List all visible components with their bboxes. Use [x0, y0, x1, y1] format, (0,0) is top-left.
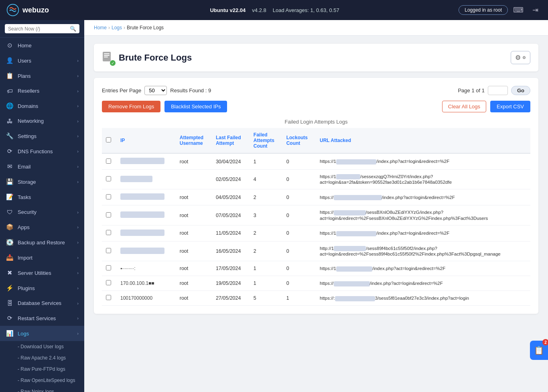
th-ip: IP	[116, 128, 176, 153]
row-date-cell: 04/05/2024	[212, 189, 250, 205]
sidebar-item-label: Plugins	[18, 285, 73, 291]
sidebar-item-domains[interactable]: 🌐 Domains ›	[0, 98, 84, 114]
row-checkbox[interactable]	[106, 265, 111, 270]
row-date-cell: 16/05/2024	[212, 241, 250, 261]
chevron-right-icon: ›	[77, 240, 79, 245]
sidebar-item-email[interactable]: ✉ Email ›	[0, 159, 84, 174]
action-right: Clear All Logs Export CSV	[442, 101, 530, 112]
sidebar-item-plans[interactable]: 📋 Plans ›	[0, 68, 84, 83]
terminal-button[interactable]: ⌨	[512, 4, 525, 16]
sidebar-item-label: Tasks	[18, 194, 79, 200]
ip-masked	[120, 248, 164, 254]
sidebar-item-settings[interactable]: 🔧 Settings ›	[0, 128, 84, 144]
sidebar-item-tasks[interactable]: 📝 Tasks	[0, 189, 84, 205]
apps-icon: 📦	[6, 223, 14, 231]
th-url: URL Attacked	[316, 128, 530, 153]
sidebar-item-dns[interactable]: ⟳ DNS Functions ›	[0, 144, 84, 159]
table-row: root 04/05/2024 2 0 https:///index.php?a…	[102, 189, 530, 205]
row-username-cell: root	[176, 261, 212, 276]
chevron-right-icon: ›	[77, 270, 79, 275]
sidebar-item-backup[interactable]: 💽 Backup and Restore ›	[0, 235, 84, 250]
ip-partial2: 170.00.100.1■■	[120, 280, 154, 286]
logout-button[interactable]: ⇥	[529, 4, 542, 16]
row-checkbox[interactable]	[106, 280, 111, 285]
sidebar-item-networking[interactable]: 🖧 Networking ›	[0, 114, 84, 128]
row-checkbox[interactable]	[106, 295, 111, 300]
plugins-icon: ⚡	[6, 284, 14, 292]
row-checkbox[interactable]	[106, 176, 111, 181]
row-checkbox-cell[interactable]	[102, 276, 116, 291]
entries-per-page-select[interactable]: 10 25 50 100	[144, 86, 167, 95]
row-ip-cell	[116, 170, 176, 189]
sidebar-item-resellers[interactable]: 🏷 Resellers ›	[0, 83, 84, 98]
gear-settings-button[interactable]: ⚙ ⚙	[511, 51, 530, 64]
breadcrumb-logs[interactable]: Logs	[112, 25, 122, 30]
sub-nav-raw-openlitespeed[interactable]: - Raw OpenLiteSpeed logs	[0, 375, 84, 386]
search-input-wrap[interactable]: 🔍	[5, 24, 79, 33]
row-checkbox-cell[interactable]	[102, 153, 116, 170]
th-lockouts: LockoutsCount	[282, 128, 316, 153]
row-checkbox-cell[interactable]	[102, 189, 116, 205]
breadcrumb-home[interactable]: Home	[94, 25, 107, 30]
search-input[interactable]	[8, 26, 67, 32]
sidebar-item-import[interactable]: 📥 Import ›	[0, 250, 84, 265]
breadcrumb-sep1: ›	[108, 25, 110, 30]
sidebar-item-plugins[interactable]: ⚡ Plugins ›	[0, 280, 84, 296]
remove-from-logs-button[interactable]: Remove From Logs	[102, 101, 160, 112]
row-failed-count-cell: 1	[250, 153, 282, 170]
sidebar-item-label: Home	[18, 43, 79, 49]
sidebar-item-storage[interactable]: 💾 Storage ›	[0, 174, 84, 189]
sidebar-item-label: Resellers	[18, 88, 73, 94]
row-ip-cell: 170.00.100.1■■	[116, 276, 176, 291]
sidebar-item-database-services[interactable]: 🗄 Database Services ›	[0, 296, 84, 311]
sub-nav-raw-nginx[interactable]: - Raw Nginx logs	[0, 386, 84, 392]
row-checkbox[interactable]	[106, 230, 111, 235]
row-checkbox-cell[interactable]	[102, 261, 116, 276]
row-checkbox[interactable]	[106, 194, 111, 199]
sidebar-item-label: Database Services	[18, 300, 73, 306]
sidebar-item-server-utilities[interactable]: ✖ Server Utilities ›	[0, 265, 84, 280]
page-number-input[interactable]	[488, 86, 508, 95]
clear-all-logs-button[interactable]: Clear All Logs	[442, 101, 486, 112]
sub-nav-raw-apache[interactable]: - Raw Apache 2.4 logs	[0, 352, 84, 364]
brute-force-logs-table: IP AttemptedUsername Last FailedAttempt …	[102, 128, 530, 306]
logged-in-button[interactable]: Logged in as root	[459, 5, 508, 15]
go-button[interactable]: Go	[511, 86, 530, 95]
chevron-right-icon: ›	[77, 210, 79, 215]
row-checkbox-cell[interactable]	[102, 170, 116, 189]
sidebar-item-restart-services[interactable]: ⟳ Restart Services ›	[0, 311, 84, 326]
ip-partial: ▪·········:	[120, 266, 136, 271]
row-url-cell: https:///sessBXnlO8uZEdiYXYzG/index.php?…	[316, 205, 530, 225]
sidebar-item-apps[interactable]: 📦 Apps ›	[0, 219, 84, 235]
sidebar-item-label: Email	[18, 164, 73, 170]
row-ip-cell: 100170000000	[116, 291, 176, 306]
row-checkbox[interactable]	[106, 212, 111, 217]
page-title: Brute Force Logs	[119, 53, 192, 63]
sidebar-item-users[interactable]: 👤 Users ›	[0, 53, 84, 68]
header-actions: Logged in as root ⌨ ⇥	[459, 4, 542, 16]
sidebar-item-label: Networking	[18, 118, 73, 124]
sidebar-item-label: Import	[18, 255, 73, 261]
security-icon: 🛡	[6, 209, 14, 215]
row-checkbox-cell[interactable]	[102, 291, 116, 306]
row-username-cell: root	[176, 205, 212, 225]
floating-action-badge[interactable]: 📋 2	[530, 341, 548, 360]
row-checkbox[interactable]	[106, 248, 111, 253]
chevron-right-icon: ›	[77, 134, 79, 138]
select-all-checkbox[interactable]	[106, 137, 111, 142]
sub-nav-download-user-logs[interactable]: - Download User logs	[0, 341, 84, 352]
row-checkbox-cell[interactable]	[102, 225, 116, 241]
export-csv-button[interactable]: Export CSV	[490, 101, 530, 112]
row-checkbox-cell[interactable]	[102, 205, 116, 225]
row-date-cell: 19/05/2024	[212, 276, 250, 291]
sub-nav-raw-pureftpd[interactable]: - Raw Pure-FTPd logs	[0, 364, 84, 375]
row-checkbox-cell[interactable]	[102, 241, 116, 261]
row-checkbox[interactable]	[106, 158, 111, 164]
sidebar-item-logs[interactable]: 📊 Logs ›	[0, 326, 84, 341]
row-failed-count-cell: 2	[250, 189, 282, 205]
blacklist-selected-ips-button[interactable]: Blacklist Selected IPs	[164, 101, 227, 112]
chevron-right-icon: ›	[77, 301, 79, 306]
page-title-area: ✓ Brute Force Logs	[102, 50, 192, 65]
sidebar-item-home[interactable]: ⊙ Home	[0, 38, 84, 53]
sidebar-item-security[interactable]: 🛡 Security ›	[0, 205, 84, 219]
